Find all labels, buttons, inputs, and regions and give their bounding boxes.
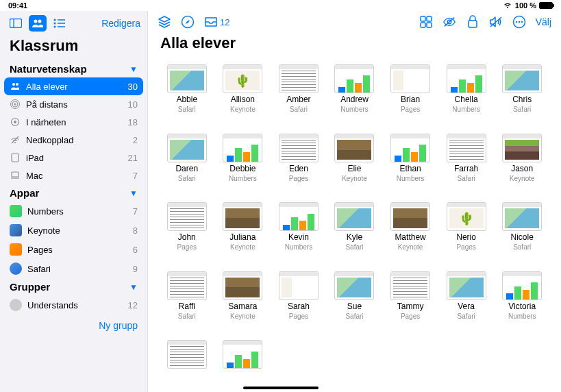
student-name: Tammy xyxy=(397,302,424,311)
student-card[interactable]: ChrisSafari xyxy=(495,64,549,128)
more-button[interactable] xyxy=(512,15,526,29)
student-card[interactable]: RaffiSafari xyxy=(160,271,214,335)
student-card[interactable]: SamaraKeynote xyxy=(216,271,270,335)
sidebar-item-pages[interactable]: Pages6 xyxy=(0,240,147,259)
grid-view-button[interactable] xyxy=(419,15,433,29)
student-card[interactable]: AndrewNumbers xyxy=(328,64,382,128)
student-card[interactable]: JulianaKeynote xyxy=(216,202,270,266)
student-app: Pages xyxy=(456,243,475,251)
svg-rect-0 xyxy=(10,19,22,28)
student-card[interactable]: SarahPages xyxy=(272,271,325,335)
student-card[interactable]: VeraSafari xyxy=(440,271,493,335)
new-group-button[interactable]: Ny grupp xyxy=(0,315,147,336)
chevron-down-icon: ▼ xyxy=(129,188,138,198)
student-card[interactable]: KyleSafari xyxy=(328,202,382,266)
edit-button[interactable]: Redigera xyxy=(101,18,140,29)
student-name: Andrew xyxy=(340,95,369,104)
section-header[interactable]: Appar▼ xyxy=(0,184,147,201)
group-avatar-icon xyxy=(10,299,22,311)
student-app: Safari xyxy=(513,106,531,113)
student-thumbnail xyxy=(223,202,262,231)
sidebar-item-understands[interactable]: Understands12 xyxy=(0,295,147,315)
student-card[interactable]: EthanNumbers xyxy=(384,134,437,197)
student-card[interactable]: TammyPages xyxy=(384,271,437,335)
student-thumbnail xyxy=(223,340,262,369)
item-count: 18 xyxy=(128,117,138,127)
student-app: Safari xyxy=(178,175,196,182)
sidebar-toggle-button[interactable] xyxy=(7,15,25,32)
student-card[interactable]: BrianPages xyxy=(384,64,437,128)
student-card[interactable]: KevinNumbers xyxy=(272,202,325,266)
student-thumbnail xyxy=(447,134,486,162)
student-card[interactable]: AbbieSafari xyxy=(160,64,214,128)
student-thumbnail xyxy=(447,64,486,93)
home-indicator[interactable] xyxy=(243,387,319,389)
sidebar-item-på-distans[interactable]: På distans10 xyxy=(0,95,147,113)
section-header[interactable]: Grupper▼ xyxy=(0,278,147,295)
svg-point-10 xyxy=(12,83,15,86)
student-card[interactable]: DebbieNumbers xyxy=(216,134,270,197)
sidebar-item-i-närheten[interactable]: I närheten18 xyxy=(0,113,147,131)
student-card[interactable]: SueSafari xyxy=(328,271,382,335)
student-card[interactable]: JohnPages xyxy=(160,202,214,266)
compass-button[interactable] xyxy=(181,15,195,29)
student-thumbnail xyxy=(390,64,430,93)
layers-button[interactable] xyxy=(158,15,171,29)
people-view-button[interactable] xyxy=(29,15,47,32)
sidebar-item-numbers[interactable]: Numbers7 xyxy=(0,201,147,221)
list-view-button[interactable] xyxy=(51,15,68,32)
select-button[interactable]: Välj xyxy=(536,16,551,27)
svg-point-31 xyxy=(515,21,516,23)
student-name: Juliana xyxy=(229,232,255,242)
student-card[interactable]: AmberSafari xyxy=(272,64,325,128)
student-card[interactable]: JasonKeynote xyxy=(495,134,549,197)
student-card[interactable]: VictoriaNumbers xyxy=(495,271,549,335)
mute-button[interactable] xyxy=(489,15,503,29)
student-app: Safari xyxy=(345,243,363,251)
sidebar-item-alla-elever[interactable]: Alla elever30 xyxy=(4,77,143,95)
svg-rect-24 xyxy=(421,23,425,27)
item-count: 30 xyxy=(128,82,138,92)
student-card[interactable]: NerioPages xyxy=(440,202,493,266)
sidebar-item-nedkopplad[interactable]: Nedkopplad2 xyxy=(0,131,147,149)
student-card[interactable]: NicoleSafari xyxy=(495,202,549,266)
main-content: 12 Välj Alla elever AbbieSafariAllisonKe… xyxy=(148,11,561,392)
sidebar-item-label: Alla elever xyxy=(26,82,68,92)
student-name: Chella xyxy=(455,95,478,104)
sidebar-item-safari[interactable]: Safari9 xyxy=(0,259,147,278)
sidebar-item-keynote[interactable]: Keynote8 xyxy=(0,221,147,240)
clock: 09:41 xyxy=(8,1,27,10)
student-thumbnail xyxy=(334,271,374,300)
student-card[interactable]: MatthewKeynote xyxy=(384,202,437,266)
svg-point-17 xyxy=(14,142,16,143)
student-card[interactable]: AllisonKeynote xyxy=(216,64,270,128)
student-name: Abbie xyxy=(176,95,197,104)
section-title: Naturvetenskap xyxy=(10,63,87,75)
student-card[interactable]: DarenSafari xyxy=(160,134,214,197)
lock-button[interactable] xyxy=(466,15,479,29)
student-card[interactable] xyxy=(216,340,270,387)
student-name: Kevin xyxy=(288,232,309,242)
student-card[interactable] xyxy=(160,340,214,387)
sidebar-item-label: På distans xyxy=(26,99,68,110)
wifi-icon xyxy=(503,2,512,9)
student-card[interactable]: ChellaNumbers xyxy=(440,64,493,128)
mac-icon xyxy=(10,170,21,181)
student-thumbnail xyxy=(223,271,262,300)
student-thumbnail xyxy=(447,202,486,231)
student-name: Farrah xyxy=(454,164,478,173)
svg-point-3 xyxy=(38,20,42,23)
inbox-button[interactable]: 12 xyxy=(204,16,229,27)
pages-app-icon xyxy=(10,243,22,256)
item-count: 7 xyxy=(133,171,138,181)
section-header[interactable]: Naturvetenskap▼ xyxy=(0,60,147,77)
hide-button[interactable] xyxy=(442,15,456,29)
student-card[interactable]: EdenPages xyxy=(272,134,325,197)
student-card[interactable]: ElieKeynote xyxy=(328,134,382,197)
student-thumbnail xyxy=(334,202,374,231)
student-thumbnail xyxy=(223,64,262,93)
sidebar-item-mac[interactable]: Mac7 xyxy=(0,167,147,184)
student-card[interactable]: FarrahSafari xyxy=(440,134,493,197)
chevron-down-icon: ▼ xyxy=(129,64,138,74)
sidebar-item-ipad[interactable]: iPad21 xyxy=(0,149,147,167)
